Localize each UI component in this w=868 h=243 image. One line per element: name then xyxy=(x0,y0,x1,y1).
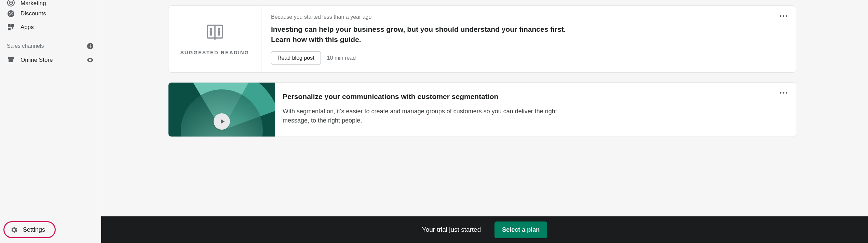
svg-point-18 xyxy=(218,28,219,29)
nav-list: Marketing Discounts Apps xyxy=(0,0,101,34)
sidebar-item-online-store[interactable]: Online Store xyxy=(0,53,101,67)
card-title: Personalize your communications with cus… xyxy=(283,91,549,101)
play-button[interactable] xyxy=(214,113,230,130)
sidebar-item-label: Marketing xyxy=(21,0,46,7)
svg-point-22 xyxy=(783,15,785,17)
svg-point-2 xyxy=(10,2,12,3)
svg-point-5 xyxy=(12,14,13,15)
segmentation-card: Personalize your communications with cus… xyxy=(168,82,796,137)
card-menu-button[interactable] xyxy=(779,90,788,96)
store-icon xyxy=(7,55,15,65)
sidebar-item-label: Discounts xyxy=(21,10,46,17)
card-eyebrow: Because you started less than a year ago xyxy=(271,14,786,20)
sidebar-item-apps[interactable]: Apps xyxy=(3,20,98,34)
card-body: Personalize your communications with cus… xyxy=(275,83,796,137)
suggested-reading-card: SUGGESTED READING Because you started le… xyxy=(168,5,796,73)
apps-icon xyxy=(7,23,15,31)
view-store-button[interactable] xyxy=(86,56,94,64)
svg-point-4 xyxy=(9,12,10,13)
sidebar-item-label: Apps xyxy=(21,24,34,31)
trial-banner: Your trial just started Select a plan xyxy=(101,216,868,243)
sidebar-item-discounts[interactable]: Discounts xyxy=(3,7,98,20)
app-root: Marketing Discounts Apps Sales channels xyxy=(0,0,868,243)
percent-icon xyxy=(7,10,15,18)
sidebar-item-label: Online Store xyxy=(21,57,53,63)
trial-message: Your trial just started xyxy=(422,226,481,233)
card-body: Because you started less than a year ago… xyxy=(261,6,796,72)
gear-icon xyxy=(10,226,18,234)
svg-point-20 xyxy=(218,34,219,35)
svg-point-15 xyxy=(210,28,212,29)
svg-rect-11 xyxy=(9,59,13,62)
card-menu-button[interactable] xyxy=(779,13,788,19)
svg-point-28 xyxy=(786,92,787,94)
svg-point-26 xyxy=(780,92,782,94)
settings-label: Settings xyxy=(23,226,45,233)
settings-button[interactable]: Settings xyxy=(3,221,56,238)
card-description: With segmentation, it's easier to create… xyxy=(283,107,563,125)
svg-rect-7 xyxy=(8,24,11,27)
card-media xyxy=(168,83,275,137)
card-actions: Read blog post 10 min read xyxy=(271,51,786,65)
svg-point-21 xyxy=(780,15,782,17)
sales-channels-header: Sales channels xyxy=(0,34,101,53)
read-blog-post-button[interactable]: Read blog post xyxy=(271,51,321,65)
svg-point-19 xyxy=(218,31,219,32)
card-left-pane: SUGGESTED READING xyxy=(168,6,261,72)
svg-point-16 xyxy=(210,31,212,32)
read-time: 10 min read xyxy=(327,55,356,61)
add-channel-button[interactable] xyxy=(86,42,94,50)
svg-point-12 xyxy=(90,59,91,61)
card-caption: SUGGESTED READING xyxy=(180,49,249,55)
section-label: Sales channels xyxy=(7,43,44,49)
svg-point-23 xyxy=(786,15,787,17)
svg-rect-8 xyxy=(11,24,14,27)
svg-point-17 xyxy=(210,34,212,35)
svg-point-27 xyxy=(783,92,785,94)
select-plan-button[interactable]: Select a plan xyxy=(494,221,547,238)
sidebar-item-marketing[interactable]: Marketing xyxy=(3,0,98,7)
book-icon xyxy=(205,23,225,42)
main-content: SUGGESTED READING Because you started le… xyxy=(101,0,868,243)
svg-rect-9 xyxy=(8,28,11,30)
card-title: Investing can help your business grow, b… xyxy=(271,24,579,45)
sidebar: Marketing Discounts Apps Sales channels xyxy=(0,0,101,243)
target-icon xyxy=(7,0,15,7)
